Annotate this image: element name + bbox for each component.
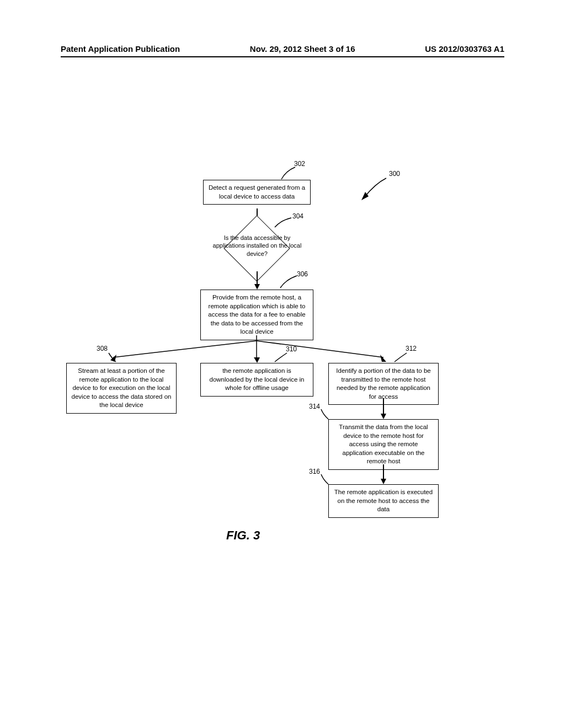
box-314: Transmit the data from the local device … xyxy=(328,419,439,470)
box-306: Provide from the remote host, a remote a… xyxy=(200,290,313,340)
box-316: The remote application is executed on th… xyxy=(328,484,439,518)
flowchart-diagram: 300 Detect a request generated from a lo… xyxy=(61,160,502,601)
callout-314 xyxy=(320,408,331,420)
callout-300 xyxy=(359,175,392,203)
header-right: US 2012/0303763 A1 xyxy=(425,44,504,53)
callout-316 xyxy=(320,473,331,485)
ref-308: 308 xyxy=(97,345,108,352)
arrowhead-304-306 xyxy=(254,284,260,290)
arrowhead-314-316 xyxy=(381,479,386,484)
ref-314: 314 xyxy=(309,403,320,410)
ref-312: 312 xyxy=(406,345,417,352)
ref-306: 306 xyxy=(297,270,308,278)
callout-312 xyxy=(395,352,408,363)
header-rule xyxy=(61,56,504,57)
arrowhead-312-314 xyxy=(381,414,386,419)
svg-line-2 xyxy=(113,341,257,357)
ref-316: 316 xyxy=(309,468,320,475)
arrow-314-316 xyxy=(383,464,384,480)
callout-308 xyxy=(108,352,119,363)
header-left: Patent Application Publication xyxy=(61,44,180,53)
page-header: Patent Application Publication Nov. 29, … xyxy=(0,44,565,53)
callout-310 xyxy=(275,352,289,363)
callout-304 xyxy=(275,216,294,228)
header-center: Nov. 29, 2012 Sheet 3 of 16 xyxy=(250,44,355,53)
box-310: the remote application is downloaded by … xyxy=(200,363,313,397)
arrow-312-314 xyxy=(383,398,384,415)
svg-marker-7 xyxy=(380,355,386,362)
box-302: Detect a request generated from a local … xyxy=(203,180,311,205)
diamond-304: Is the data accessible by applications i… xyxy=(224,226,290,270)
ref-302: 302 xyxy=(294,160,305,168)
arrow-304-306 xyxy=(257,271,258,285)
callout-302 xyxy=(281,165,298,181)
fanout-mid-arrow xyxy=(254,357,260,363)
figure-label: FIG. 3 xyxy=(226,528,260,543)
ref-300: 300 xyxy=(389,170,400,178)
ref-304: 304 xyxy=(292,212,303,220)
diamond-304-text: Is the data accessible by applications i… xyxy=(210,234,304,258)
box-308: Stream at least a portion of the remote … xyxy=(66,363,177,414)
